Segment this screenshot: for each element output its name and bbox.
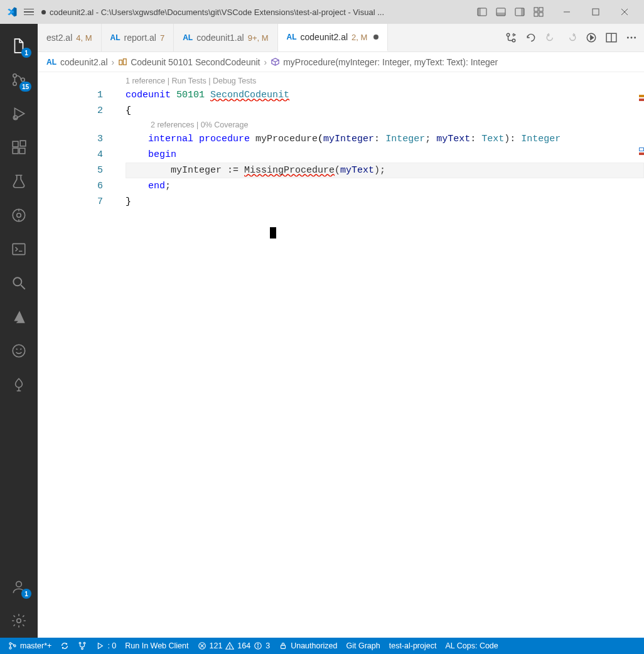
svg-point-16 [21, 78, 24, 81]
svg-point-28 [16, 581, 22, 587]
svg-line-26 [21, 285, 25, 289]
title-bar: codeunit2.al - C:\Users\xgwsdfe\Document… [0, 0, 644, 24]
account-badge: 1 [21, 589, 31, 599]
svg-point-48 [82, 648, 83, 650]
svg-rect-57 [281, 645, 286, 648]
dirty-indicator-icon [41, 10, 46, 14]
svg-rect-20 [19, 148, 25, 154]
svg-rect-5 [521, 8, 524, 16]
account-icon[interactable]: 1 [0, 570, 38, 604]
breadcrumb-symbol-1[interactable]: Codeunit 50101 SecondCodeunit [118, 57, 260, 67]
codelens-proc[interactable]: 2 references | 0% Coverage [126, 119, 644, 131]
svg-rect-18 [13, 141, 18, 147]
svg-rect-24 [13, 244, 25, 254]
svg-point-56 [258, 644, 259, 645]
status-project[interactable]: test-al-project [385, 638, 441, 654]
svg-point-53 [230, 648, 230, 648]
tab-file-2[interactable]: AL codeunit1.al 9+, M [174, 24, 277, 51]
customize-layout-icon[interactable] [530, 3, 547, 21]
tree-icon[interactable] [0, 368, 38, 402]
breadcrumb-file[interactable]: codeunit2.al [60, 57, 108, 67]
prev-change-icon[interactable] [544, 30, 559, 45]
svg-point-47 [84, 642, 86, 644]
search-icon[interactable] [0, 266, 38, 300]
vscode-logo-icon [6, 6, 18, 18]
panel-right-icon[interactable] [511, 3, 529, 21]
panel-left-icon[interactable] [473, 3, 491, 21]
revert-icon[interactable] [523, 30, 539, 45]
svg-rect-21 [20, 141, 26, 146]
svg-point-36 [631, 37, 633, 39]
svg-rect-1 [478, 8, 481, 16]
text-cursor-icon [270, 227, 276, 239]
run-icon[interactable] [584, 30, 599, 45]
more-actions-icon[interactable] [624, 30, 639, 45]
editor-actions [498, 24, 644, 51]
status-branch[interactable]: master*+ [4, 638, 56, 654]
svg-point-29 [17, 619, 21, 623]
svg-rect-3 [496, 13, 505, 16]
svg-rect-39 [124, 59, 127, 65]
tab-file-0[interactable]: est2.al 4, M [38, 24, 102, 51]
svg-rect-8 [534, 13, 538, 16]
source-control-icon[interactable]: 15 [0, 63, 38, 97]
codelens-top[interactable]: 1 reference | Run Tests | Debug Tests [126, 75, 644, 87]
svg-point-31 [512, 39, 515, 42]
azure-icon[interactable] [0, 300, 38, 334]
terminal-panel-icon[interactable] [0, 232, 38, 266]
editor-tabs: est2.al 4, M AL report.al 7 AL codeunit1… [38, 24, 644, 52]
svg-rect-11 [593, 9, 599, 15]
svg-rect-9 [539, 13, 543, 16]
svg-point-37 [634, 37, 636, 39]
status-problems[interactable]: 121 164 3 [193, 638, 275, 654]
next-change-icon[interactable] [564, 30, 579, 45]
svg-point-25 [13, 277, 21, 286]
svg-point-23 [17, 213, 21, 218]
status-bar: master*+ : 0 Run In Web Client 121 164 3… [0, 638, 644, 654]
testing-icon[interactable] [0, 164, 38, 198]
minimize-button[interactable] [554, 3, 580, 21]
status-auth[interactable]: Unauthorized [274, 638, 341, 654]
settings-gear-icon[interactable] [0, 604, 38, 638]
status-gitgraph[interactable]: Git Graph [342, 638, 385, 654]
tab-file-3[interactable]: AL codeunit2.al 2, M [278, 24, 389, 51]
svg-point-15 [13, 82, 16, 85]
close-button[interactable] [611, 3, 638, 21]
status-fork[interactable] [73, 638, 91, 654]
svg-point-30 [507, 33, 510, 36]
split-editor-icon[interactable] [604, 30, 619, 45]
svg-rect-38 [119, 60, 122, 65]
run-debug-icon[interactable] [0, 97, 38, 131]
panel-bottom-icon[interactable] [492, 3, 510, 21]
extensions-icon[interactable] [0, 131, 38, 164]
breadcrumb[interactable]: AL codeunit2.al › Codeunit 50101 SecondC… [38, 52, 644, 72]
svg-point-43 [9, 643, 11, 645]
dirty-dot-icon [373, 35, 378, 40]
tab-file-1[interactable]: AL report.al 7 [102, 24, 174, 51]
status-diagnostics[interactable]: : 0 [91, 638, 121, 654]
compare-changes-icon[interactable] [503, 30, 518, 45]
line-gutter: 1 2 3 4 5 6 7 [38, 75, 126, 638]
svg-point-44 [9, 647, 11, 649]
breadcrumb-symbol-2[interactable]: myProcedure(myInteger: Integer, myText: … [271, 57, 498, 67]
svg-point-27 [13, 345, 25, 357]
svg-point-45 [14, 645, 16, 646]
code-editor[interactable]: 1 2 3 4 5 6 7 1 reference | Run Tests | … [38, 72, 644, 638]
svg-point-46 [80, 642, 82, 644]
status-sync[interactable] [56, 638, 73, 654]
gitlens-icon[interactable] [0, 198, 38, 232]
svg-rect-7 [539, 8, 543, 11]
window-title: codeunit2.al - C:\Users\xgwsdfe\Document… [41, 8, 473, 17]
activity-bar: 1 15 [0, 24, 38, 638]
maximize-button[interactable] [582, 3, 609, 21]
svg-rect-6 [534, 8, 538, 11]
explorer-icon[interactable]: 1 [0, 29, 38, 63]
menu-button[interactable] [24, 9, 34, 16]
svg-rect-19 [13, 148, 18, 154]
status-run-web[interactable]: Run In Web Client [121, 638, 193, 654]
svg-point-14 [13, 74, 16, 77]
face-icon[interactable] [0, 334, 38, 368]
editor-area: est2.al 4, M AL report.al 7 AL codeunit1… [38, 24, 644, 638]
explorer-badge: 1 [21, 48, 31, 58]
status-cops[interactable]: AL Cops: Code [441, 638, 502, 654]
